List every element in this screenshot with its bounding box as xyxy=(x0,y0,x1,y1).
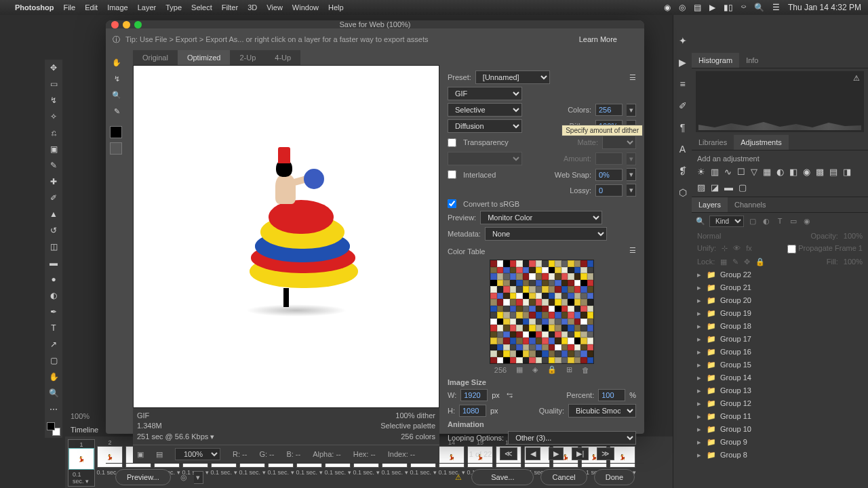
more-tools-icon[interactable]: ⋯ xyxy=(47,403,60,415)
warning-icon[interactable]: ⚠ xyxy=(853,74,860,83)
menu-3d[interactable]: 3D xyxy=(248,3,257,12)
tab-adjustments[interactable]: Adjustments xyxy=(734,135,789,150)
format-select[interactable]: GIF xyxy=(448,87,522,100)
unify-position-icon[interactable]: ⊹ xyxy=(722,244,728,253)
app-name[interactable]: Photoshop xyxy=(15,3,54,12)
lock-pos-icon[interactable]: ✥ xyxy=(744,258,750,266)
slice-visibility-icon[interactable] xyxy=(110,142,122,155)
next-frame-icon[interactable]: ▶| xyxy=(572,447,589,460)
stamp-tool-icon[interactable]: ▲ xyxy=(47,208,60,220)
layer-row[interactable]: ▸📁Group 19 xyxy=(692,307,868,320)
frame[interactable]: 1💃0.1 sec. ▾ xyxy=(68,439,95,487)
ct-new-icon[interactable]: ⊞ xyxy=(566,365,572,374)
quality-select[interactable]: Bicubic Smoother xyxy=(568,404,636,418)
lock-all-icon[interactable]: 🔒 xyxy=(755,258,765,266)
bw-icon[interactable]: ◧ xyxy=(789,167,797,177)
play-icon[interactable]: ▶ xyxy=(679,57,686,68)
expand-icon[interactable]: ▸ xyxy=(697,335,703,344)
posterize-icon[interactable]: ▨ xyxy=(697,182,705,192)
menu-layer[interactable]: Layer xyxy=(138,3,157,12)
invert-icon[interactable]: ◨ xyxy=(843,167,851,177)
width-input[interactable] xyxy=(460,389,488,401)
expand-icon[interactable]: ▸ xyxy=(697,283,703,292)
expand-icon[interactable]: ▸ xyxy=(697,361,703,369)
status-icon[interactable]: ▶ xyxy=(709,3,715,12)
zoom-tool-icon[interactable]: 🔍 xyxy=(110,91,123,103)
exposure-icon[interactable]: ☐ xyxy=(737,167,745,177)
filter-shape-icon[interactable]: ▭ xyxy=(789,217,798,226)
document-zoom[interactable]: 100% xyxy=(68,409,92,423)
spotlight-icon[interactable]: 🔍 xyxy=(754,3,764,12)
tab-info[interactable]: Info xyxy=(739,53,765,68)
wifi-icon[interactable]: ⌔ xyxy=(741,3,746,12)
color-table[interactable] xyxy=(490,260,594,364)
battery-icon[interactable]: ▮▯ xyxy=(724,3,733,12)
menu-select[interactable]: Select xyxy=(191,3,212,12)
zoom-icon[interactable] xyxy=(134,21,142,28)
wand-tool-icon[interactable]: ✧ xyxy=(47,110,60,123)
layer-row[interactable]: ▸📁Group 22 xyxy=(692,268,868,281)
preview-canvas[interactable] xyxy=(133,65,439,408)
pen-tool-icon[interactable]: ✒ xyxy=(47,306,60,318)
color-swatches[interactable] xyxy=(47,422,60,436)
colors-dropdown-icon[interactable]: ▾ xyxy=(627,104,636,117)
first-frame-icon[interactable]: ≪ xyxy=(500,447,517,460)
marquee-tool-icon[interactable]: ▭ xyxy=(47,78,60,90)
status-icon[interactable]: ◉ xyxy=(664,3,671,12)
brightness-icon[interactable]: ☀ xyxy=(697,167,705,177)
brush-tool-icon[interactable]: ✐ xyxy=(47,192,60,204)
eraser-tool-icon[interactable]: ◫ xyxy=(47,241,60,253)
type-tool-icon[interactable]: T xyxy=(47,322,60,334)
fill-value[interactable]: 100% xyxy=(844,258,863,266)
learn-more-link[interactable]: Learn More xyxy=(572,33,624,46)
layer-row[interactable]: ▸📁Group 11 xyxy=(692,410,868,423)
expand-icon[interactable]: ▸ xyxy=(697,270,703,279)
preview-button[interactable]: Preview... xyxy=(115,469,171,485)
done-button[interactable]: Done xyxy=(594,469,635,485)
threshold-icon[interactable]: ◪ xyxy=(711,182,719,192)
reduction-select[interactable]: Selective xyxy=(448,103,522,117)
close-icon[interactable] xyxy=(111,21,119,28)
hue-icon[interactable]: ▦ xyxy=(763,167,771,177)
ct-delete-icon[interactable]: 🗑 xyxy=(582,366,589,374)
interlaced-check[interactable] xyxy=(448,170,456,179)
slice-hide-icon[interactable]: ▤ xyxy=(156,450,163,459)
speed-menu-icon[interactable]: ▾ xyxy=(210,432,214,441)
brush-panel-icon[interactable]: ✐ xyxy=(679,100,687,111)
preset-select[interactable]: [Unnamed] xyxy=(475,70,550,84)
heal-tool-icon[interactable]: ✚ xyxy=(47,176,60,188)
crop-tool-icon[interactable]: ⎌ xyxy=(47,127,60,139)
opacity-value[interactable]: 100% xyxy=(844,232,863,240)
tab-2up[interactable]: 2-Up xyxy=(230,50,265,65)
zoom-tool-icon[interactable]: 🔍 xyxy=(47,387,60,399)
last-frame-icon[interactable]: ≫ xyxy=(597,447,614,460)
tab-optimized[interactable]: Optimized xyxy=(178,50,231,65)
lossy-input[interactable] xyxy=(595,184,623,197)
menu-file[interactable]: File xyxy=(63,3,75,12)
ct-websafe-icon[interactable]: ▦ xyxy=(516,365,523,374)
expand-icon[interactable]: ▸ xyxy=(697,399,703,408)
photo-filter-icon[interactable]: ◉ xyxy=(803,167,810,177)
ct-menu-icon[interactable]: ☰ xyxy=(629,246,636,255)
eyedropper-icon[interactable]: ✎ xyxy=(47,159,60,171)
propagate-check[interactable] xyxy=(787,245,796,253)
lasso-tool-icon[interactable]: ↯ xyxy=(47,94,60,106)
levels-icon[interactable]: ▥ xyxy=(711,167,719,177)
filter-adj-icon[interactable]: ◐ xyxy=(762,217,771,226)
save-button[interactable]: Save... xyxy=(471,469,534,485)
layer-row[interactable]: ▸📁Group 17 xyxy=(692,333,868,346)
gradient-map-icon[interactable]: ▬ xyxy=(724,182,733,192)
selective-icon[interactable]: ▢ xyxy=(738,182,747,192)
lock-pixel-icon[interactable]: ✎ xyxy=(732,258,738,266)
status-icon[interactable]: ▤ xyxy=(694,3,701,12)
tab-histogram[interactable]: Histogram xyxy=(692,53,739,68)
expand-icon[interactable]: ▸ xyxy=(697,322,703,331)
layer-kind-select[interactable]: Kind xyxy=(709,216,744,227)
3d-icon[interactable]: ⬡ xyxy=(679,187,687,198)
menu-help[interactable]: Help xyxy=(328,3,344,12)
metadata-select[interactable]: None xyxy=(485,227,607,241)
expand-icon[interactable]: ▸ xyxy=(697,386,703,395)
ct-lock-icon[interactable]: 🔒 xyxy=(547,365,557,374)
filter-type-icon[interactable]: T xyxy=(775,217,785,226)
shape-tool-icon[interactable]: ▢ xyxy=(47,354,60,367)
